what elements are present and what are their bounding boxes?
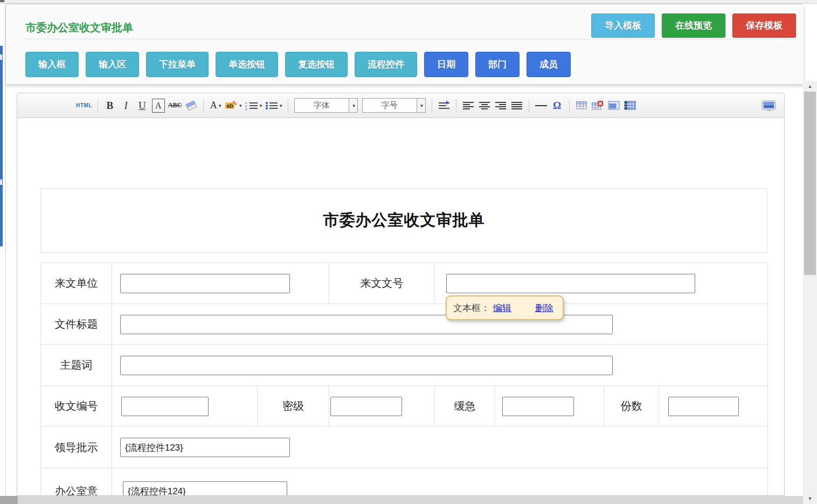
control-checkbox-button[interactable]: 复选按钮 — [285, 52, 348, 77]
font-family-select[interactable]: 字体 ▾ — [294, 98, 358, 113]
pencil-icon: ✎ — [232, 100, 238, 107]
scrollbar-thumb[interactable] — [804, 92, 816, 275]
eraser-icon[interactable] — [185, 99, 198, 113]
fullscreen-icon[interactable] — [761, 99, 776, 113]
caret-down-icon: ▾ — [260, 103, 262, 108]
ordered-list-icon[interactable]: 1 2 3 ▾ — [245, 99, 262, 113]
toolbar-separator — [529, 99, 529, 112]
bold-icon[interactable]: B — [103, 99, 116, 113]
textbox-context-tooltip: 文本框： 编辑 删除 — [446, 295, 564, 320]
top-edge-strip — [0, 0, 817, 4]
align-right-icon[interactable] — [494, 99, 507, 113]
corner-fragment — [0, 0, 4, 2]
editor-content[interactable]: 市委办公室收文审批单 来文单位 来文文号 文件标题 主题词 收文 — [17, 118, 784, 496]
save-template-button[interactable]: 保存模板 — [732, 13, 796, 38]
toolbar-separator — [203, 99, 204, 112]
field-label: 来文单位 — [41, 263, 112, 304]
field-label: 办公室意 — [41, 468, 112, 496]
import-template-button[interactable]: 导入模板 — [591, 13, 655, 38]
caret-down-icon: ▾ — [239, 103, 242, 108]
scroll-down-arrow[interactable]: ▼ — [803, 494, 817, 503]
page-title: 市委办公室收文审批单 — [25, 20, 133, 35]
delete-table-icon[interactable] — [591, 99, 604, 113]
control-textarea-button[interactable]: 输入区 — [86, 52, 139, 77]
control-input-box-button[interactable]: 输入框 — [25, 52, 79, 77]
field-label: 收文编号 — [41, 386, 112, 427]
tooltip-label: 文本框： — [453, 302, 490, 314]
subject-words-input[interactable] — [120, 356, 613, 375]
scroll-up-arrow[interactable]: ▲ — [803, 82, 817, 91]
form-control-toolbox: 输入框 输入区 下拉菜单 单选按钮 复选按钮 流程控件 日期 部门 成员 — [25, 52, 571, 77]
online-preview-button[interactable]: 在线预览 — [662, 13, 725, 38]
toolbar-separator — [98, 99, 98, 112]
svg-text:3: 3 — [245, 108, 247, 111]
table-row: 办公室意 — [41, 468, 768, 496]
toolbar-separator — [569, 99, 570, 112]
field-label: 领导批示 — [41, 427, 112, 468]
toolbar-separator — [432, 99, 432, 112]
table-row: 收文编号 密级 缓急 份数 — [41, 386, 768, 427]
editor-toolbar: HTML B I U A ABC A ▾ ab ✎ ▾ 1 — [17, 93, 784, 118]
caret-down-icon: ▾ — [349, 99, 357, 112]
table-row: 文件标题 — [41, 304, 768, 345]
receipt-number-input[interactable] — [121, 397, 209, 416]
edit-link[interactable]: 编辑 — [493, 302, 511, 314]
sidebar-glyph-fragment — [0, 179, 2, 185]
vertical-scrollbar[interactable]: ▲ ▼ — [803, 81, 817, 504]
office-opinion-input[interactable] — [123, 481, 287, 496]
control-dropdown-button[interactable]: 下拉菜单 — [146, 52, 209, 77]
indent-icon[interactable] — [438, 99, 451, 113]
field-label: 来文文号 — [329, 263, 435, 304]
underline-icon[interactable]: U — [136, 99, 149, 113]
strikethrough-icon[interactable]: ABC — [168, 99, 182, 113]
horizontal-scrollbar[interactable] — [0, 496, 803, 504]
insert-table-icon[interactable] — [575, 99, 588, 113]
html-source-icon[interactable]: HTML — [76, 99, 92, 113]
copies-input[interactable] — [668, 397, 739, 416]
panel-header: 市委办公室收文审批单 导入模板 在线预览 保存模板 输入框 输入区 下拉菜单 单… — [6, 4, 804, 84]
control-department-button[interactable]: 部门 — [475, 52, 520, 77]
toolbar-separator — [456, 99, 456, 112]
align-justify-icon[interactable] — [510, 99, 523, 113]
table-row: 领导批示 — [41, 427, 768, 468]
cell-properties-icon[interactable] — [624, 99, 636, 113]
urgency-input[interactable] — [502, 397, 574, 416]
font-size-select[interactable]: 字号 ▾ — [362, 98, 426, 113]
form-table: 来文单位 来文文号 文件标题 主题词 收文编号 密级 缓急 份数 — [40, 263, 768, 496]
caret-down-icon: ▾ — [219, 103, 221, 108]
control-date-button[interactable]: 日期 — [424, 52, 468, 77]
sidebar-glyph-fragment — [0, 54, 2, 60]
incoming-unit-input[interactable] — [120, 274, 290, 293]
horizontal-rule-icon[interactable] — [535, 99, 548, 113]
align-center-icon[interactable] — [478, 99, 491, 113]
highlight-color-icon[interactable]: ab ✎ ▾ — [225, 99, 241, 113]
header-divider — [25, 39, 796, 39]
field-label: 份数 — [604, 386, 659, 427]
bullet-list-icon[interactable]: ▾ — [265, 99, 282, 113]
background-sidebar-sliver — [0, 46, 3, 246]
table-row: 主题词 — [41, 345, 768, 386]
field-label: 密级 — [258, 386, 329, 427]
secrecy-level-input[interactable] — [330, 397, 402, 416]
horizontal-scrollbar-thumb[interactable] — [0, 496, 18, 504]
special-char-icon[interactable]: Ω — [551, 99, 564, 113]
table-properties-icon[interactable] — [607, 99, 620, 113]
leader-instructions-input[interactable] — [120, 438, 290, 457]
field-label: 文件标题 — [41, 304, 112, 345]
incoming-doc-number-input[interactable] — [446, 274, 695, 293]
italic-icon[interactable]: I — [120, 99, 133, 113]
font-color-icon[interactable]: A ▾ — [209, 99, 222, 113]
field-label: 主题词 — [41, 345, 112, 386]
form-title-table: 市委办公室收文审批单 — [40, 188, 767, 253]
char-style-icon[interactable]: A — [152, 99, 165, 113]
control-radio-button[interactable]: 单选按钮 — [216, 52, 278, 77]
rich-text-editor: HTML B I U A ABC A ▾ ab ✎ ▾ 1 — [17, 93, 785, 496]
delete-link[interactable]: 删除 — [535, 302, 553, 314]
control-member-button[interactable]: 成员 — [527, 52, 571, 77]
caret-down-icon: ▾ — [280, 103, 282, 108]
table-row: 来文单位 来文文号 — [41, 263, 768, 304]
align-left-icon[interactable] — [462, 99, 475, 113]
field-label: 缓急 — [435, 386, 495, 427]
form-title: 市委办公室收文审批单 — [41, 189, 767, 253]
control-flow-widget-button[interactable]: 流程控件 — [355, 52, 417, 77]
